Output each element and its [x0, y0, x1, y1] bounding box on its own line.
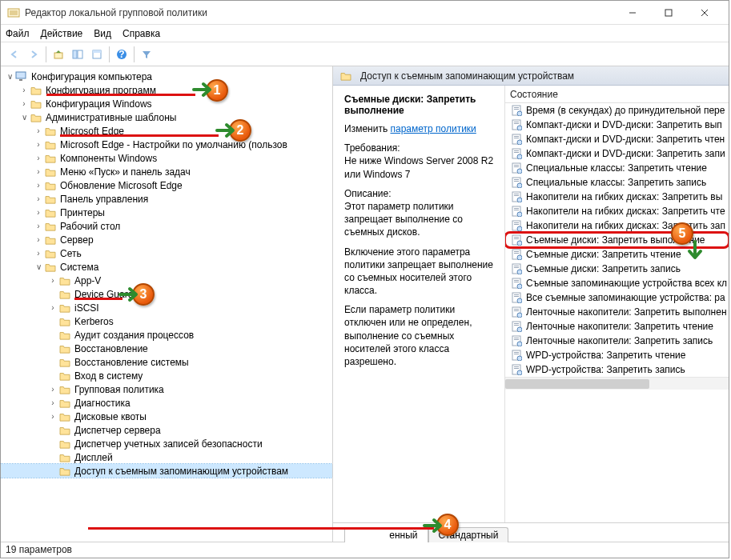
- svg-rect-12: [93, 50, 101, 53]
- folder-icon: [44, 262, 57, 273]
- svg-text:?: ?: [118, 49, 124, 60]
- folder-icon: [58, 384, 71, 395]
- list-item[interactable]: WPD-устройства: Запретить чтение: [505, 348, 729, 362]
- policy-icon: [510, 134, 523, 145]
- tree-node[interactable]: Диспетчер учетных записей безопасности: [1, 437, 332, 450]
- arrow-icon: [685, 240, 705, 264]
- folder-icon: [58, 357, 71, 368]
- forward-button[interactable]: [25, 46, 42, 63]
- list-header[interactable]: Состояние: [505, 86, 729, 103]
- window-title: Редактор локальной групповой политики: [25, 7, 614, 18]
- edit-policy-link[interactable]: параметр политики: [390, 123, 476, 134]
- list-item[interactable]: Специальные классы: Запретить запись: [505, 175, 729, 190]
- list-item[interactable]: Компакт-диски и DVD-диски: Запретить чте…: [505, 132, 729, 146]
- right-header: Доступ к съемным запоминающим устройства…: [333, 66, 729, 86]
- svg-rect-27: [514, 138, 519, 138]
- svg-rect-18: [514, 107, 519, 108]
- menu-view[interactable]: Вид: [94, 28, 111, 39]
- list-item[interactable]: Ленточные накопители: Запретить выполнен: [505, 305, 729, 319]
- menu-help[interactable]: Справка: [123, 28, 160, 39]
- tree-node[interactable]: ›Диагностика: [1, 396, 332, 410]
- menu-action[interactable]: Действие: [41, 28, 83, 39]
- policy-icon: [510, 162, 523, 174]
- list-item[interactable]: Все съемные запоминающие устройства: ра: [505, 290, 729, 305]
- up-button[interactable]: [50, 46, 67, 63]
- tree-node[interactable]: Доступ к съемным запоминающим устройства…: [1, 464, 332, 478]
- svg-point-20: [517, 111, 522, 116]
- policy-list[interactable]: Состояние Время (в секундах) до принудит…: [505, 86, 729, 522]
- filter-button[interactable]: [138, 46, 155, 63]
- tree-node[interactable]: ›Обновление Microsoft Edge: [1, 178, 332, 192]
- svg-rect-51: [514, 224, 519, 225]
- tree-node[interactable]: ›Принтеры: [1, 206, 332, 219]
- list-item[interactable]: Накопители на гибких дисках: Запретить з…: [505, 218, 729, 233]
- svg-rect-19: [514, 109, 519, 110]
- policy-icon: [510, 249, 523, 260]
- tree-node[interactable]: Device Guard: [1, 287, 332, 301]
- horizontal-scrollbar[interactable]: [505, 377, 729, 390]
- svg-rect-34: [514, 165, 519, 166]
- tree-node[interactable]: ›Сеть: [1, 246, 332, 260]
- highlight-line: [74, 298, 123, 300]
- tree-node[interactable]: ›Групповая политика: [1, 382, 332, 396]
- tree-root-computer[interactable]: ∨Конфигурация компьютера: [1, 70, 332, 83]
- tree-node-admin-templates[interactable]: ∨Административные шаблоны: [1, 110, 332, 124]
- tree-node[interactable]: Дисплей: [1, 450, 332, 464]
- folder-icon: [30, 112, 42, 123]
- tree-node[interactable]: ›Дисковые квоты: [1, 410, 332, 423]
- tree-node[interactable]: ∨Система: [1, 260, 332, 274]
- svg-point-84: [517, 342, 522, 346]
- svg-point-92: [517, 370, 522, 375]
- list-item[interactable]: Ленточные накопители: Запретить запись: [505, 334, 729, 348]
- list-item[interactable]: Компакт-диски и DVD-диски: Запретить зап…: [505, 146, 729, 161]
- tree-node[interactable]: Восстановление: [1, 342, 332, 355]
- svg-rect-8: [54, 53, 62, 58]
- scroll-thumb[interactable]: [505, 379, 649, 389]
- highlight-line: [60, 134, 219, 137]
- svg-rect-9: [73, 50, 77, 58]
- list-item[interactable]: Время (в секундах) до принудительной пер…: [505, 103, 729, 118]
- back-button[interactable]: [6, 46, 23, 63]
- list-item[interactable]: Съемные запоминающие устройства всех кл: [505, 276, 729, 290]
- right-header-title: Доступ к съемным запоминающим устройства…: [360, 70, 574, 82]
- close-button[interactable]: [686, 2, 722, 24]
- help-button[interactable]: ?: [113, 46, 131, 63]
- tree-node[interactable]: ›App-V: [1, 274, 332, 287]
- description-pane: Съемные диски: Запретить выполнение Изме…: [333, 86, 505, 522]
- list-item[interactable]: Компакт-диски и DVD-диски: Запретить вып: [505, 118, 729, 132]
- list-item[interactable]: Накопители на гибких дисках: Запретить ч…: [505, 204, 729, 218]
- svg-rect-71: [514, 296, 519, 297]
- tree-node[interactable]: ›Конфигурация Windows: [1, 97, 332, 110]
- policy-icon: [510, 220, 523, 231]
- tree-pane[interactable]: ∨Конфигурация компьютера ›Конфигурация п…: [1, 66, 333, 542]
- toolbar-sep: [109, 46, 110, 62]
- svg-point-52: [517, 226, 522, 231]
- properties-button[interactable]: [88, 46, 106, 63]
- tree-node[interactable]: ›iSCSI: [1, 301, 332, 314]
- tree-node[interactable]: ›Сервер: [1, 233, 332, 246]
- tree-node[interactable]: ›Меню «Пуск» и панель задач: [1, 165, 332, 178]
- list-item[interactable]: Накопители на гибких дисках: Запретить в…: [505, 190, 729, 204]
- list-item[interactable]: Специальные классы: Запретить чтение: [505, 161, 729, 175]
- tree-node[interactable]: Диспетчер сервера: [1, 423, 332, 437]
- tree-node[interactable]: ›Рабочий стол: [1, 219, 332, 233]
- svg-rect-50: [514, 222, 519, 223]
- svg-rect-58: [514, 251, 519, 252]
- list-item[interactable]: WPD-устройства: Запретить запись: [505, 362, 729, 377]
- tree-node[interactable]: ›Компоненты Windows: [1, 151, 332, 165]
- tree-node[interactable]: ›Панель управления: [1, 192, 332, 206]
- svg-rect-63: [514, 267, 519, 268]
- menu-file[interactable]: Файл: [6, 28, 30, 39]
- tree-node[interactable]: ›Microsoft Edge - Настройки по умолчанию…: [1, 138, 332, 151]
- show-hide-button[interactable]: [69, 46, 86, 63]
- list-item[interactable]: Ленточные накопители: Запретить чтение: [505, 319, 729, 334]
- toolbar-sep: [46, 46, 46, 62]
- app-icon: [7, 6, 20, 19]
- maximize-button[interactable]: [650, 2, 686, 24]
- tree-node[interactable]: Аудит создания процессов: [1, 328, 332, 342]
- minimize-button[interactable]: [614, 2, 650, 24]
- policy-icon: [510, 177, 523, 188]
- tree-node[interactable]: Восстановление системы: [1, 355, 332, 369]
- tree-node[interactable]: Kerberos: [1, 314, 332, 328]
- tree-node[interactable]: Вход в систему: [1, 369, 332, 382]
